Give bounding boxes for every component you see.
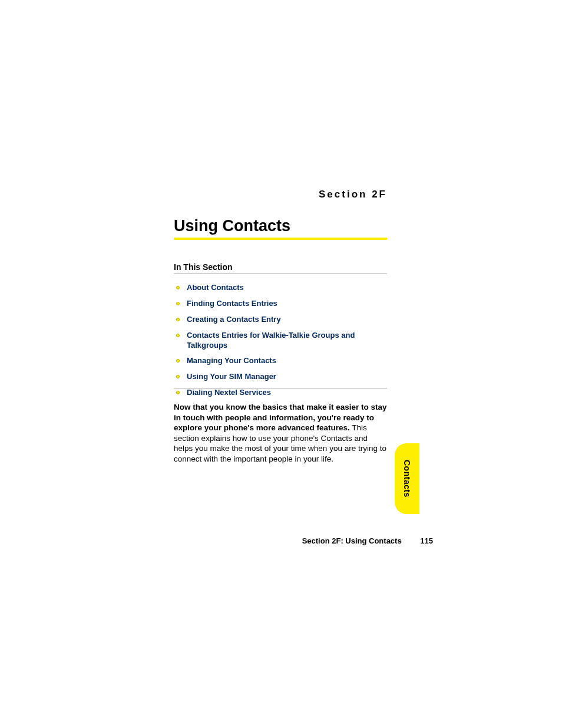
toc-item: Managing Your Contacts bbox=[174, 356, 387, 366]
bullet-icon bbox=[176, 302, 180, 305]
in-this-section-heading: In This Section bbox=[174, 262, 233, 272]
toc-bottom-rule bbox=[174, 388, 387, 388]
intro-paragraph: Now that you know the basics that make i… bbox=[174, 402, 387, 464]
toc-item: Creating a Contacts Entry bbox=[174, 315, 387, 325]
toc-label: Finding Contacts Entries bbox=[187, 299, 277, 309]
section-label: Section 2F bbox=[319, 189, 387, 200]
toc-label: Creating a Contacts Entry bbox=[187, 315, 281, 325]
toc-item: Dialing Nextel Services bbox=[174, 388, 387, 398]
side-tab-label: Contacts bbox=[402, 460, 412, 498]
toc-item: About Contacts bbox=[174, 283, 387, 293]
page-number: 115 bbox=[420, 536, 433, 545]
bullet-icon bbox=[176, 318, 180, 321]
subhead-rule bbox=[174, 274, 387, 274]
toc-label: Contacts Entries for Walkie-Talkie Group… bbox=[187, 331, 387, 351]
page-footer: Section 2F: Using Contacts 115 bbox=[174, 536, 433, 545]
bullet-icon bbox=[176, 334, 180, 337]
toc-label: Dialing Nextel Services bbox=[187, 388, 271, 398]
toc-label: Managing Your Contacts bbox=[187, 356, 276, 366]
bullet-icon bbox=[176, 286, 180, 289]
bullet-icon bbox=[176, 391, 180, 394]
toc-item: Using Your SIM Manager bbox=[174, 372, 387, 382]
title-underline bbox=[174, 238, 387, 240]
side-tab: Contacts bbox=[395, 443, 419, 514]
bullet-icon bbox=[176, 375, 180, 378]
footer-text: Section 2F: Using Contacts bbox=[302, 536, 402, 545]
page-title: Using Contacts bbox=[174, 217, 290, 235]
toc-label: Using Your SIM Manager bbox=[187, 372, 276, 382]
toc-label: About Contacts bbox=[187, 283, 244, 293]
toc-list: About Contacts Finding Contacts Entries … bbox=[174, 283, 387, 404]
bullet-icon bbox=[176, 359, 180, 363]
manual-page: Section 2F Using Contacts In This Sectio… bbox=[0, 0, 562, 728]
toc-item: Finding Contacts Entries bbox=[174, 299, 387, 309]
toc-item: Contacts Entries for Walkie-Talkie Group… bbox=[174, 331, 387, 351]
